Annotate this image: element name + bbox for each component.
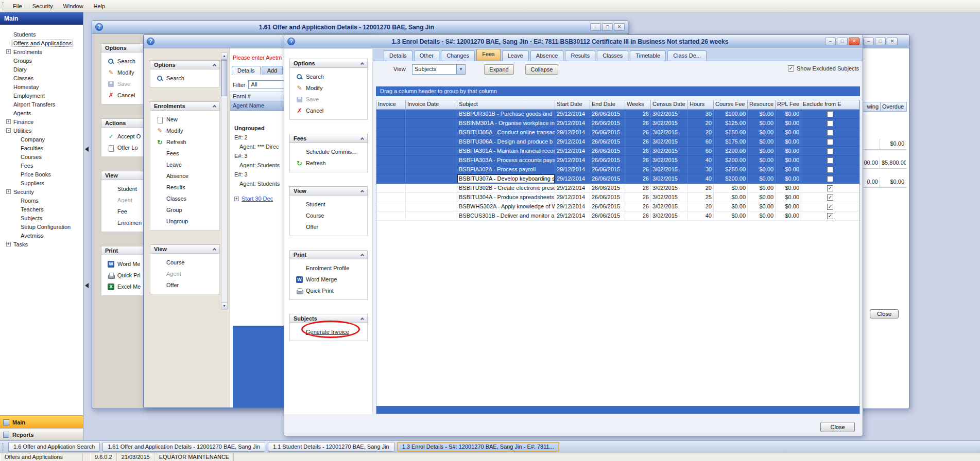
menu-window[interactable]: Window	[58, 1, 88, 11]
panel-header-fees[interactable]: Fees	[289, 134, 368, 143]
subject-row-bsbfia303a[interactable]: BSBFIA303A - Process accounts paya29/12/…	[376, 156, 859, 165]
enrol-item-offer[interactable]: Offer	[290, 221, 367, 233]
start-date-link[interactable]: + Start 30 Dec	[234, 196, 273, 202]
student-item-fees[interactable]: Fees	[150, 148, 219, 159]
student-item-leave[interactable]: Leave	[150, 159, 219, 170]
collapse-chevron-icon[interactable]	[360, 254, 364, 257]
sidebar-item-offers-and-applications[interactable]: Offers and Applications	[0, 39, 83, 47]
tab-absence[interactable]: Absence	[530, 50, 564, 61]
sidebar-item-courses[interactable]: Courses	[0, 152, 83, 161]
column-header-hours[interactable]: Hours	[688, 100, 714, 110]
subject-row-bsbitu305a[interactable]: BSBITU305A - Conduct online transac29/12…	[376, 128, 859, 137]
enrol-item-generate-invoice[interactable]: Generate Invoice	[290, 326, 367, 338]
maximize-button[interactable]: □	[602, 23, 613, 31]
tab-timetable[interactable]: Timetable	[630, 50, 666, 61]
menu-security[interactable]: Security	[27, 1, 58, 11]
expand-plus-icon[interactable]: +	[6, 49, 11, 54]
taskbar-button-1-3-enrol-details-s-12001270-bae-sang-jin-e-7811[interactable]: 1.3 Enrol Details - S#: 12001270 BAE, Sa…	[397, 442, 559, 452]
sidebar-item-diary[interactable]: Diary	[0, 65, 83, 74]
exclude-checkbox[interactable]	[827, 176, 833, 182]
menu-help[interactable]: Help	[89, 1, 111, 11]
student-item-offer[interactable]: Offer	[150, 279, 219, 291]
student-item-absence[interactable]: Absence	[150, 170, 219, 182]
student-item-classes[interactable]: Classes	[150, 193, 219, 204]
help-icon[interactable]: ?	[147, 38, 154, 45]
close-button[interactable]: ✕	[614, 23, 625, 31]
tab-fees[interactable]: Fees	[476, 49, 500, 61]
exclude-checkbox[interactable]	[827, 130, 833, 136]
panel-header-enrolments[interactable]: Enrolments	[150, 101, 220, 111]
subject-row-bsbitu302b[interactable]: BSBITU302B - Create electronic prese29/1…	[376, 184, 859, 193]
sidebar-item-faculties[interactable]: Faculties	[0, 144, 83, 152]
sidebar-item-utilities[interactable]: -Utilities	[0, 126, 83, 135]
panel-header-view[interactable]: View	[289, 186, 368, 196]
splitter-collapse-icon[interactable]	[85, 283, 89, 288]
exclude-checkbox[interactable]	[827, 139, 833, 145]
sidebar-item-subjects[interactable]: Subjects	[0, 214, 83, 222]
sidebar-item-security[interactable]: +Security	[0, 187, 83, 196]
student-item-search[interactable]: Search	[150, 73, 219, 84]
column-header-invoice[interactable]: Invoice	[376, 100, 406, 110]
sidebar-item-airport-transfers[interactable]: Airport Transfers	[0, 100, 83, 109]
panel-header-options[interactable]: Options	[150, 60, 220, 69]
splitter-collapse-icon[interactable]	[85, 147, 89, 152]
tab-other[interactable]: Other	[414, 50, 440, 61]
collapse-chevron-icon[interactable]	[213, 64, 216, 67]
close-button[interactable]: ✕	[849, 38, 859, 45]
close-button[interactable]: ✕	[887, 38, 898, 45]
exclude-checkbox[interactable]: ✓	[827, 194, 833, 201]
maximize-button[interactable]: □	[837, 38, 848, 45]
column-header-end-date[interactable]: End Date	[590, 100, 625, 110]
panel-header-subjects[interactable]: Subjects	[289, 314, 368, 323]
sidebar-item-setup-configuration[interactable]: Setup Configuration	[0, 222, 83, 231]
student-item-results[interactable]: Results	[150, 182, 219, 193]
tab-changes[interactable]: Changes	[441, 50, 475, 61]
sidebar-item-homestay[interactable]: Homestay	[0, 82, 83, 91]
expand-plus-icon[interactable]: +	[6, 242, 11, 246]
minimize-button[interactable]: –	[825, 38, 836, 45]
sidebar-item-tasks[interactable]: +Tasks	[0, 240, 83, 249]
view-dropdown[interactable]: Subjects ▼	[412, 64, 466, 75]
tab-results[interactable]: Results	[565, 50, 595, 61]
exclude-checkbox[interactable]: ✓	[827, 213, 833, 219]
enrol-item-quick-print[interactable]: Quick Print	[290, 285, 367, 296]
right-close-button[interactable]: Close	[870, 309, 899, 318]
panel-header-print[interactable]: Print	[289, 250, 368, 259]
panel-scrollbar[interactable]: ▲ ▼	[221, 52, 228, 310]
sidebar-item-rooms[interactable]: Rooms	[0, 196, 83, 205]
tab-class-de[interactable]: Class De...	[667, 50, 707, 61]
menu-file[interactable]: File	[8, 1, 27, 11]
column-header-subject[interactable]: Subject	[457, 100, 555, 110]
collapse-chevron-icon[interactable]	[213, 105, 216, 109]
sidebar-item-finance[interactable]: +Finance	[0, 117, 83, 126]
subject-row-bsbfia302a[interactable]: BSBFIA302A - Process payroll29/12/201426…	[376, 165, 859, 174]
enrol-item-cancel[interactable]: ✗Cancel	[290, 105, 367, 116]
student-item-ungroup[interactable]: Ungroup	[150, 216, 219, 227]
minimize-button[interactable]: –	[863, 38, 874, 45]
collapse-chevron-icon[interactable]	[360, 317, 364, 321]
student-item-course[interactable]: Course	[150, 257, 219, 268]
student-item-modify[interactable]: ✎Modify	[150, 125, 219, 136]
show-excluded-checkbox[interactable]: ✓ Show Excluded Subjects	[788, 65, 859, 72]
sidebar-item-enrolments[interactable]: +Enrolments	[0, 47, 83, 56]
sidebar-footer-reports[interactable]: Reports	[0, 428, 83, 440]
student-tab-add[interactable]: Add	[262, 66, 283, 75]
enrol-item-student[interactable]: Student	[290, 199, 367, 210]
sidebar-item-avetmiss[interactable]: Avetmiss	[0, 231, 83, 240]
panel-header-options[interactable]: Options	[289, 59, 368, 68]
enrol-item-refresh[interactable]: ↻Refresh	[290, 157, 367, 169]
enrol-item-schedule-commis[interactable]: Schedule Commis...	[290, 146, 367, 157]
column-header-rpl-fee[interactable]: RPL Fee	[776, 100, 801, 110]
sidebar-item-groups[interactable]: Groups	[0, 56, 83, 65]
exclude-checkbox[interactable]	[827, 148, 833, 154]
scroll-thumb[interactable]	[221, 60, 227, 96]
menu-grip[interactable]	[2, 2, 4, 10]
sidebar-item-fees[interactable]: Fees	[0, 161, 83, 170]
enrol-item-modify[interactable]: ✎Modify	[290, 82, 367, 94]
enrol-title-bar[interactable]: ? 1.3 Enrol Details - S#: 12001270 BAE, …	[284, 35, 863, 48]
student-item-group[interactable]: Group	[150, 204, 219, 216]
subject-row-bsbitu306a[interactable]: BSBITU306A - Design and produce b29/12/2…	[376, 137, 859, 147]
taskbar-button-1-6-offer-and-application-search[interactable]: 1.6 Offer and Application Search	[8, 442, 100, 452]
maximize-button[interactable]: □	[875, 38, 886, 45]
scroll-up-icon[interactable]: ▲	[221, 53, 227, 60]
